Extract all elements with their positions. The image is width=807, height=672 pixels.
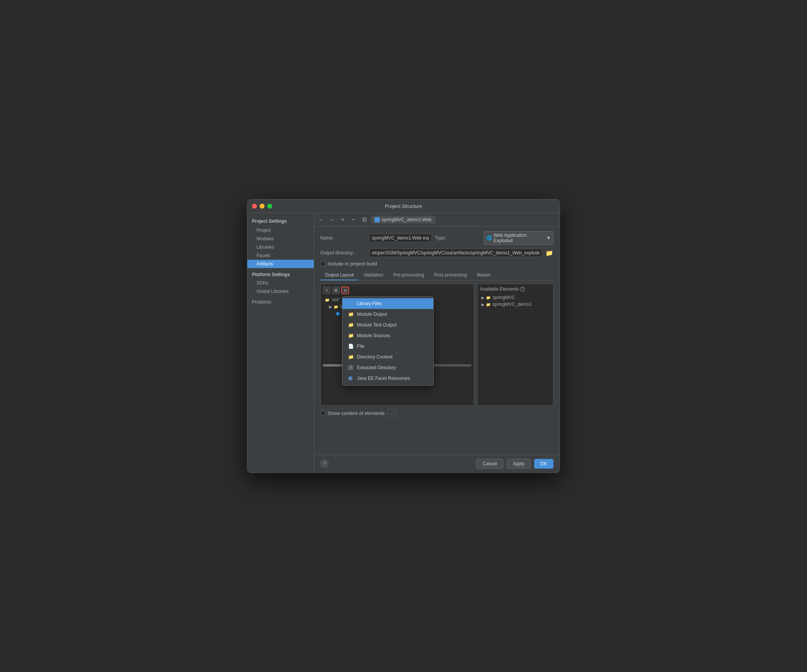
dropdown-item-module-output[interactable]: 📁 Module Output [342, 309, 433, 319]
sidebar-item-project[interactable]: Project [247, 226, 314, 235]
svg-rect-0 [349, 303, 350, 306]
name-row: Name: Type: 🌐 Web Application: Exploded … [320, 231, 553, 245]
tab-output-layout[interactable]: Output Layout [320, 270, 358, 280]
sidebar: Project Settings Project Modules Librari… [247, 213, 314, 473]
help-button[interactable]: ? [320, 460, 329, 468]
type-icon: 🌐 [487, 235, 492, 241]
settings-panel: Name: Type: 🌐 Web Application: Exploded … [314, 227, 560, 455]
titlebar: Project Structure [247, 199, 560, 213]
output-dir-label: Output directory: [320, 250, 366, 255]
sidebar-item-artifacts[interactable]: Artifacts [247, 260, 314, 268]
artifact-tab[interactable]: springMVC_demo1:Web [371, 216, 435, 223]
dropdown-item-directory-content[interactable]: 📁 Directory Content [342, 352, 433, 362]
folder-icon: 📁 [324, 297, 330, 303]
project-structure-window: Project Structure Project Settings Proje… [247, 199, 560, 473]
extracted-directory-icon [348, 364, 354, 371]
show-content-checkbox[interactable] [320, 411, 325, 416]
traffic-lights [252, 204, 272, 209]
nav-forward-button[interactable]: → [328, 215, 336, 224]
java-ee-facet-icon: J [348, 375, 354, 381]
available-elements-title: Available Elements ? [480, 286, 551, 292]
tab-maven[interactable]: Maven [472, 270, 495, 280]
maximize-button[interactable] [267, 204, 272, 209]
type-select[interactable]: 🌐 Web Application: Exploded ▼ [484, 231, 553, 245]
tree-add2-btn[interactable]: ⊕ [332, 286, 340, 294]
expand-arrow-springmvc: ▶ [482, 296, 485, 300]
directory-content-icon: 📁 [348, 354, 354, 360]
show-content-options-button[interactable]: ... [387, 409, 396, 417]
expand-arrow: ▶ [329, 305, 332, 309]
module-output-icon: 📁 [348, 311, 354, 317]
help-circle-icon: ? [520, 287, 525, 292]
output-dir-input[interactable] [369, 249, 542, 257]
sidebar-item-problems[interactable]: Problems [247, 296, 314, 308]
dropdown-menu: Library Files 📁 Module Output 📁 Module T… [342, 296, 433, 386]
folder-icon: 📁 [333, 304, 339, 309]
output-dir-row: Output directory: 📁 [320, 249, 553, 257]
tab-post-processing[interactable]: Post-processing [430, 270, 472, 280]
browse-output-dir-button[interactable]: 📁 [545, 249, 553, 257]
include-in-build-row: Include in project build [320, 261, 553, 266]
content-area: ← → + − ⧉ springMVC_demo1:Web Name: Type… [314, 213, 560, 473]
artifact-small-icon: 🔷 [335, 311, 340, 316]
type-label: Type: [435, 235, 481, 241]
sidebar-item-modules[interactable]: Modules [247, 235, 314, 243]
ok-button[interactable]: OK [534, 459, 553, 469]
available-item-springmvc-demo1[interactable]: ▶ 📁 springMVC_demo1 [480, 301, 551, 308]
artifact-icon [375, 217, 380, 222]
tab-validation[interactable]: Validation [359, 270, 388, 280]
sidebar-item-global-libraries[interactable]: Global Libraries [247, 287, 314, 296]
copy-button[interactable]: ⧉ [360, 215, 369, 224]
add-button[interactable]: + [339, 215, 347, 224]
dropdown-item-file[interactable]: 📄 File [342, 341, 433, 352]
window-title: Project Structure [385, 203, 422, 209]
svg-rect-2 [352, 301, 353, 306]
svg-rect-1 [350, 302, 351, 306]
apply-button[interactable]: Apply [506, 459, 531, 469]
include-in-build-checkbox[interactable] [320, 261, 325, 266]
tree-special-btn[interactable]: ⊞ [341, 286, 349, 294]
tabs-bar: Output Layout Validation Pre-processing … [320, 270, 553, 281]
remove-button[interactable]: − [349, 215, 358, 224]
chevron-down-icon: ▼ [546, 235, 551, 241]
name-label: Name: [320, 235, 366, 241]
platform-settings-header: Platform Settings [247, 268, 314, 279]
show-content-label: Show content of elements [327, 410, 385, 416]
dropdown-item-library-files[interactable]: Library Files [342, 298, 433, 309]
sidebar-item-facets[interactable]: Facets [247, 252, 314, 260]
artifact-toolbar: ← → + − ⧉ springMVC_demo1:Web [314, 213, 560, 227]
help-button-area: ? [320, 460, 329, 468]
available-pane: Available Elements ? ▶ 📁 springMVC ▶ 📁 s… [477, 284, 553, 406]
minimize-button[interactable] [259, 204, 264, 209]
dropdown-item-module-test-output[interactable]: 📁 Module Test Output [342, 319, 433, 330]
folder-icon-springmvc: 📁 [486, 295, 491, 300]
show-content-row: Show content of elements ... [320, 409, 553, 417]
tree-pane: + ⊕ ⊞ [320, 284, 474, 406]
folder-icon-demo1: 📁 [486, 302, 491, 307]
expand-arrow-demo1: ▶ [482, 303, 485, 307]
nav-back-button[interactable]: ← [317, 215, 325, 224]
sidebar-item-libraries[interactable]: Libraries [247, 243, 314, 252]
include-in-build-label: Include in project build [327, 261, 377, 266]
dropdown-item-java-ee-facet-resources[interactable]: J Java EE Facet Resources [342, 373, 433, 384]
dropdown-item-module-sources[interactable]: 📁 Module Sources [342, 330, 433, 341]
main-layout: Project Settings Project Modules Librari… [247, 213, 560, 473]
available-item-springmvc[interactable]: ▶ 📁 springMVC [480, 294, 551, 301]
close-button[interactable] [252, 204, 257, 209]
svg-text:J: J [349, 377, 351, 380]
module-test-output-icon: 📁 [348, 322, 354, 328]
name-input[interactable] [369, 234, 432, 242]
tab-pre-processing[interactable]: Pre-processing [389, 270, 429, 280]
project-settings-header: Project Settings [247, 216, 314, 226]
cancel-button[interactable]: Cancel [476, 459, 503, 469]
tree-add-btn[interactable]: + [323, 286, 330, 294]
file-icon: 📄 [348, 343, 354, 349]
library-files-icon [348, 301, 354, 307]
output-layout-area: + ⊕ ⊞ [320, 284, 553, 406]
bottom-bar: ? Cancel Apply OK [314, 455, 560, 473]
dropdown-item-extracted-directory[interactable]: Extracted Directory [342, 362, 433, 373]
module-sources-icon: 📁 [348, 333, 354, 339]
tree-toolbar: + ⊕ ⊞ [323, 286, 472, 294]
sidebar-item-sdks[interactable]: SDKs [247, 279, 314, 287]
